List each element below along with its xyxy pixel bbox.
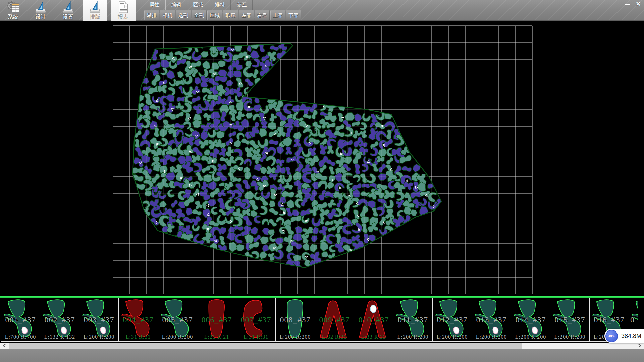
part-thumbnail-10[interactable]: 010_#37L:33 R:33 xyxy=(354,298,393,342)
chevron-left-icon xyxy=(3,344,6,348)
scroll-right-button[interactable] xyxy=(635,343,644,349)
part-name: 0 xyxy=(629,315,638,324)
nav-button-report[interactable]: 报表 xyxy=(111,0,136,21)
tool-align-left[interactable]: 左靠 xyxy=(239,10,254,20)
part-lr-count: L:200 R:200 xyxy=(158,334,197,340)
nav-button-system[interactable]: 系统 xyxy=(1,0,25,21)
nav-button-settings[interactable]: 设置 xyxy=(56,0,80,21)
horizontal-scrollbar[interactable] xyxy=(0,343,644,349)
ruler-board-icon xyxy=(34,1,47,13)
part-lr-count: L:200 R:200 xyxy=(550,334,589,340)
tool-select-cut[interactable]: 选割 xyxy=(176,10,191,20)
toolbar: 系统 设计 设置 xyxy=(0,0,644,21)
part-thumbnail-2[interactable]: 002_#37L:132 R:132 xyxy=(40,298,79,342)
part-thumbnail-14[interactable]: 014_#37L:200 R:200 xyxy=(511,298,550,342)
part-thumbnail-11[interactable]: 011_#37L:200 R:200 xyxy=(393,298,433,342)
nav-button-label: 设置 xyxy=(63,14,73,21)
ruler-board-icon xyxy=(88,1,102,13)
tool-align-bottom[interactable]: 下靠 xyxy=(286,10,301,20)
tool-cut-all[interactable]: 全割 xyxy=(192,10,207,20)
part-thumbnail-4[interactable]: 004_#37L:31 R:31 xyxy=(118,298,158,342)
gear-table-icon xyxy=(6,1,20,13)
ruler-board-icon xyxy=(61,1,75,13)
part-lr-count: L:200 R:200 xyxy=(79,334,118,340)
menu-edit[interactable]: 编辑 xyxy=(165,0,187,10)
part-name: 010_#37 xyxy=(354,315,393,324)
part-lr-count: L:21 R:21 xyxy=(197,334,236,340)
part-name: 011_#37 xyxy=(393,315,432,324)
part-name: 003_#37 xyxy=(79,315,118,324)
part-name: 007_#37 xyxy=(236,315,275,324)
part-thumbnail-15[interactable]: 015_#37L:200 R:200 xyxy=(550,298,590,342)
part-thumbnail-3[interactable]: 003_#37L:200 R:200 xyxy=(79,298,119,342)
nav-button-nesting-active[interactable]: 排版 xyxy=(83,0,107,21)
nesting-app-window: 系统 设计 设置 xyxy=(0,0,644,362)
part-name: 002_#37 xyxy=(40,315,79,324)
part-lr-count: L:200 R:200 xyxy=(511,334,550,340)
scrollbar-thumb[interactable] xyxy=(9,343,522,349)
part-thumbnail-7[interactable]: 007_#37L:31 R:31 xyxy=(236,298,276,342)
part-lr-count: L:32 R:31 xyxy=(315,334,354,340)
part-lr-count: L:31 R:31 xyxy=(119,334,158,340)
part-thumbnail-5[interactable]: 005_#37L:200 R:200 xyxy=(158,298,197,342)
progress-value: 38% xyxy=(608,334,615,338)
part-name: 001_#37 xyxy=(1,315,40,324)
part-lr-count: L:200 R:200 xyxy=(276,334,315,340)
nav-button-label: 报表 xyxy=(118,14,128,21)
memory-value: 384.8M xyxy=(621,333,641,340)
hide-nesting-view xyxy=(0,21,644,296)
part-lr-count: L:132 R:132 xyxy=(40,334,79,340)
part-thumbnail-13[interactable]: 013_#37L:200 R:200 xyxy=(472,298,511,342)
minimize-button[interactable]: — xyxy=(623,1,632,7)
menu-interactive[interactable]: 交互 xyxy=(231,0,253,10)
menu-row-1: 属性 编辑 区域 排料 交互 xyxy=(144,0,253,10)
tool-camera[interactable]: 相机 xyxy=(160,10,175,20)
part-lr-count: L:200 R:200 xyxy=(472,334,511,340)
memory-badge: 38% 384.8M xyxy=(604,329,644,343)
part-thumbnail-1[interactable]: 001_#37L:700 R:700 xyxy=(1,298,40,342)
part-name: 014_#37 xyxy=(511,315,550,324)
part-name: 012_#37 xyxy=(433,315,472,324)
nav-button-design[interactable]: 设计 xyxy=(29,0,52,21)
part-thumbnail-9[interactable]: 009_#37L:32 R:31 xyxy=(315,298,354,342)
menu-nesting[interactable]: 排料 xyxy=(209,0,231,10)
part-thumbnail-8[interactable]: 008_#37L:200 R:200 xyxy=(275,298,315,342)
tool-defect[interactable]: 瑕疵 xyxy=(223,10,238,20)
part-thumbnail-6[interactable]: 006_#37L:21 R:21 xyxy=(197,298,236,342)
menu-region[interactable]: 区域 xyxy=(187,0,209,10)
part-lr-count: L:33 R:33 xyxy=(354,334,393,340)
part-name: 009_#37 xyxy=(315,315,354,324)
nesting-canvas[interactable] xyxy=(0,21,644,296)
part-name: 013_#37 xyxy=(472,315,511,324)
part-name: 006_#37 xyxy=(197,315,236,324)
close-button[interactable]: ✕ xyxy=(634,1,643,7)
part-name: 005_#37 xyxy=(158,315,197,324)
part-thumbnail-12[interactable]: 012_#37L:200 R:200 xyxy=(432,298,472,342)
nav-button-label: 设计 xyxy=(35,14,46,21)
nav-button-label: 排版 xyxy=(90,14,100,21)
part-name: 016_#37 xyxy=(590,315,629,324)
part-lr-count: L:200 R:200 xyxy=(433,334,472,340)
report-doc-icon xyxy=(116,1,130,13)
part-name: 015_#37 xyxy=(550,315,589,324)
tool-region[interactable]: 区域 xyxy=(207,10,222,20)
progress-circle: 38% xyxy=(605,330,618,342)
parts-strip: 001_#37L:700 R:700002_#37L:132 R:132003_… xyxy=(0,296,644,343)
part-name: 004_#37 xyxy=(119,315,158,324)
part-lr-count: L:200 R:200 xyxy=(393,334,432,340)
tool-cluster-nest[interactable]: 聚排 xyxy=(144,10,159,20)
status-bar xyxy=(0,349,644,362)
menu-row-2: 聚排 相机 选割 全割 区域 瑕疵 左靠 右靠 上靠 下靠 xyxy=(144,10,301,20)
chevron-right-icon xyxy=(638,344,641,348)
tool-align-top[interactable]: 上靠 xyxy=(270,10,285,20)
parts-strip-cells: 001_#37L:700 R:700002_#37L:132 R:132003_… xyxy=(1,298,637,342)
part-lr-count: L:700 R:700 xyxy=(1,334,40,340)
scroll-left-button[interactable] xyxy=(0,343,9,349)
window-controls: — ✕ xyxy=(623,1,643,7)
nav-button-label: 系统 xyxy=(8,14,18,21)
part-lr-count: L:31 R:31 xyxy=(236,334,275,340)
menu-properties[interactable]: 属性 xyxy=(144,0,165,10)
part-name: 008_#37 xyxy=(276,315,315,324)
tool-align-right[interactable]: 右靠 xyxy=(255,10,270,20)
